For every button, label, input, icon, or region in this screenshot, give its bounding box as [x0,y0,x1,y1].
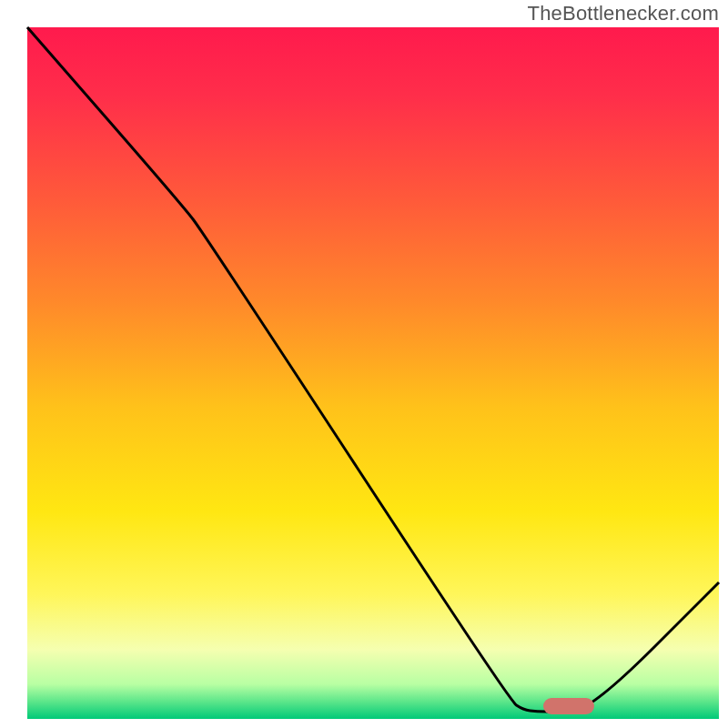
optimal-marker [543,698,594,714]
chart-svg [0,0,728,728]
watermark-text: TheBottlenecker.com [528,2,719,25]
plot-background [27,27,719,719]
chart-canvas: TheBottlenecker.com [0,0,728,728]
